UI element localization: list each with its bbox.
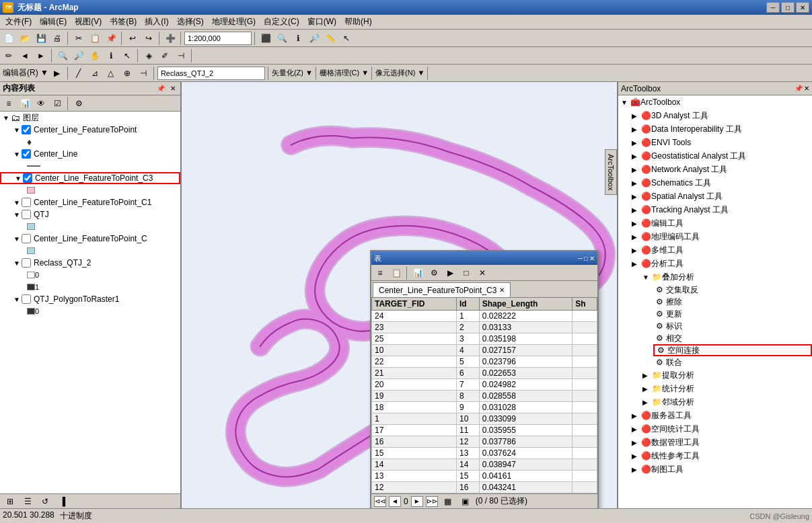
- toolbox-tracking[interactable]: ▶ 🔴 Tracking Analyst 工具: [629, 203, 812, 216]
- map-area[interactable]: 表 ─ □ ✕ ≡ 📋 📊 ⚙ ▶ □ ✕ Center_Li: [182, 82, 617, 508]
- cl-expand[interactable]: ▼: [13, 151, 22, 158]
- toolbox-schema[interactable]: ▶ 🔴 Schematics 工具: [629, 176, 812, 190]
- clftc3-expand[interactable]: ▼: [15, 175, 23, 182]
- layer-item-qtj[interactable]: ▼ QTJ: [0, 208, 180, 220]
- e1[interactable]: ╱: [71, 66, 86, 81]
- menu-select[interactable]: 选择(S): [173, 15, 208, 29]
- nav-next-btn[interactable]: ►: [411, 496, 423, 507]
- menu-view[interactable]: 视图(V): [71, 15, 106, 29]
- e3[interactable]: △: [104, 66, 118, 81]
- cut-btn[interactable]: ✂: [71, 31, 86, 46]
- arctoolbox-sidetab[interactable]: ArcToolbox: [605, 149, 617, 195]
- tool-erase[interactable]: ⚙ 擦除: [653, 296, 812, 308]
- title-bar-controls[interactable]: ─ □ ✕: [766, 2, 809, 13]
- back-btn[interactable]: ◄: [17, 48, 32, 63]
- table-tb6[interactable]: □: [459, 266, 474, 280]
- table-tb1[interactable]: ≡: [373, 266, 387, 280]
- clftc-expand[interactable]: ▼: [13, 235, 22, 243]
- vectorize-label[interactable]: 矢量化(Z) ▼: [272, 68, 313, 78]
- list-by-source-btn[interactable]: 📊: [17, 96, 32, 111]
- geostat-expand[interactable]: ▶: [632, 153, 640, 160]
- menu-insert[interactable]: 插入(I): [141, 15, 172, 29]
- toolbox-dataint[interactable]: ▶ 🔴 Data Interoperability 工具: [629, 122, 812, 136]
- zoom-in-btn[interactable]: 🔍: [274, 31, 289, 46]
- toolbox-extract[interactable]: ▶ 📁 提取分析: [640, 368, 812, 382]
- add-data-btn[interactable]: ➕: [163, 31, 178, 46]
- menu-window[interactable]: 窗口(W): [303, 15, 340, 29]
- full-extent-btn[interactable]: ⬛: [258, 31, 273, 46]
- nav-first-btn[interactable]: ⊲⊲: [374, 496, 386, 507]
- toolbox-edit[interactable]: ▶ 🔴 编辑工具: [629, 216, 812, 230]
- forward-btn[interactable]: ►: [34, 48, 48, 63]
- toolbox-server[interactable]: ▶ 🔴 服务器工具: [629, 409, 812, 422]
- select-btn[interactable]: ↖: [339, 31, 354, 46]
- datamgmt-expand[interactable]: ▶: [632, 439, 640, 446]
- table-window-controls[interactable]: ─ □ ✕: [578, 255, 595, 262]
- qtj-checkbox[interactable]: [22, 210, 31, 219]
- identify-btn[interactable]: ℹ: [291, 31, 305, 46]
- panel-close-btn[interactable]: ✕: [168, 84, 178, 93]
- geocode-expand[interactable]: ▶: [632, 233, 640, 241]
- layer-group-item[interactable]: ▼ 🗂 图层: [0, 112, 180, 124]
- toolbox-close-btn[interactable]: ✕: [804, 85, 809, 92]
- select2-btn[interactable]: ↖: [120, 48, 135, 63]
- schema-expand[interactable]: ▶: [632, 179, 640, 187]
- open-btn[interactable]: 📂: [17, 31, 32, 46]
- table-tb3[interactable]: 📊: [410, 266, 425, 280]
- table-row[interactable]: 2530.035198: [372, 333, 597, 345]
- new-btn[interactable]: 📄: [1, 31, 16, 46]
- panel-tb4[interactable]: ▐: [55, 494, 70, 509]
- e5[interactable]: ⊣: [136, 66, 151, 81]
- toolbox-geocode[interactable]: ▶ 🔴 地理编码工具: [629, 230, 812, 243]
- minimize-button[interactable]: ─: [766, 2, 780, 13]
- clftc1-checkbox[interactable]: [22, 198, 31, 207]
- clft-checkbox[interactable]: [22, 125, 31, 134]
- list-by-visibility-btn[interactable]: 👁: [34, 96, 48, 111]
- cartography-expand[interactable]: ▶: [632, 466, 640, 473]
- table-row[interactable]: 1980.028558: [372, 391, 597, 402]
- toolbox-cartography[interactable]: ▶ 🔴 制图工具: [629, 462, 812, 476]
- menu-help[interactable]: 帮助(H): [340, 15, 376, 29]
- table-maximize-btn[interactable]: □: [584, 255, 588, 262]
- list-by-draw-btn[interactable]: ≡: [1, 96, 16, 111]
- table-row[interactable]: 1040.027157: [372, 345, 597, 356]
- table-body[interactable]: 2410.0282222320.031332530.0351981040.027…: [372, 311, 597, 493]
- tool-intersect[interactable]: ⚙ 相交: [653, 332, 812, 344]
- layer-item-rqtj2[interactable]: ▼ Reclass_QTJ_2: [0, 257, 180, 269]
- toolbox-envi[interactable]: ▶ 🔴 ENVI Tools: [629, 136, 812, 149]
- clft-expand[interactable]: ▼: [13, 126, 22, 134]
- e4[interactable]: ⊕: [120, 66, 135, 81]
- toolbox-linearref[interactable]: ▶ 🔴 线性参考工具: [629, 449, 812, 462]
- table-row[interactable]: 16120.037786: [372, 436, 597, 448]
- network-expand[interactable]: ▶: [632, 166, 640, 173]
- undo-btn[interactable]: ↩: [125, 31, 140, 46]
- col-shape-length[interactable]: Shape_Length: [479, 298, 572, 311]
- toolbox-3d[interactable]: ▶ 🔴 3D Analyst 工具: [629, 109, 812, 122]
- layer-item-clft[interactable]: ▼ Center_Line_FeatureToPoint: [0, 124, 180, 136]
- table-tb5[interactable]: ▶: [443, 266, 457, 280]
- layer-dropdown[interactable]: Reclass_QTJ_2: [157, 67, 265, 80]
- table-row[interactable]: 13150.04161: [372, 471, 597, 482]
- toolbox-multidim[interactable]: ▶ 🔴 多维工具: [629, 243, 812, 257]
- toolbox-stats[interactable]: ▶ 📁 统计分析: [640, 382, 812, 395]
- qtj-expand[interactable]: ▼: [13, 211, 22, 218]
- nav-show-all-btn[interactable]: ▦: [441, 494, 455, 509]
- clftc1-expand[interactable]: ▼: [13, 199, 22, 206]
- cell-select-label[interactable]: 像元选择(N) ▼: [375, 68, 425, 78]
- table-row[interactable]: 1100.033099: [372, 413, 597, 425]
- pan-btn[interactable]: ✋: [87, 48, 102, 63]
- table-row[interactable]: 2070.024982: [372, 379, 597, 391]
- 3d-expand[interactable]: ▶: [632, 112, 640, 120]
- toolbox-geostat[interactable]: ▶ 🔴 Geostatistical Analyst 工具: [629, 149, 812, 163]
- linearref-expand[interactable]: ▶: [632, 452, 640, 460]
- col-sh[interactable]: Sh: [573, 298, 597, 311]
- editor-btn[interactable]: ✏: [1, 48, 16, 63]
- zoom-in2-btn[interactable]: 🔍: [55, 48, 70, 63]
- paste-btn[interactable]: 📌: [104, 31, 118, 46]
- scale-input[interactable]: 1:200,000: [184, 32, 252, 45]
- zoom-out-btn[interactable]: 🔎: [71, 48, 86, 63]
- group-expand-icon[interactable]: ▼: [3, 114, 11, 122]
- table-row[interactable]: 2410.028222: [372, 311, 597, 322]
- tool-union[interactable]: ⚙ 联合: [653, 356, 812, 368]
- extract-expand[interactable]: ▶: [642, 372, 651, 379]
